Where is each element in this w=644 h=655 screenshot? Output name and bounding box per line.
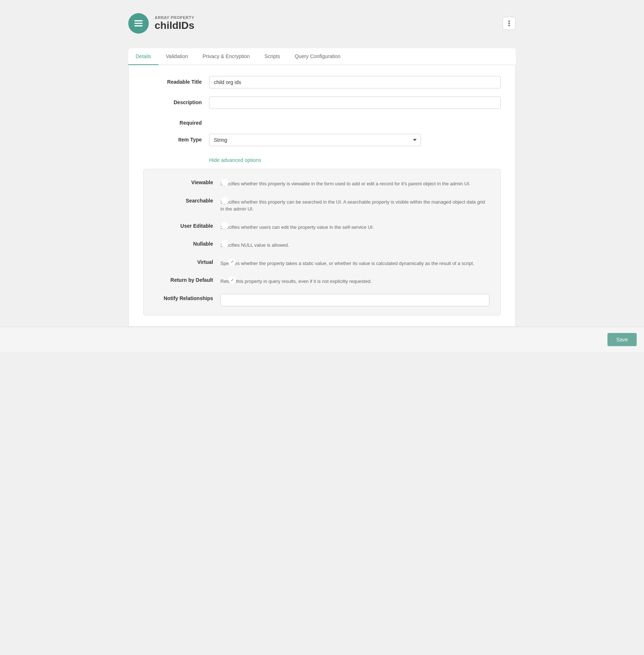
- page-header: ARRAY PROPERTY childIDs: [128, 7, 516, 39]
- searchable-description: Specifies whether this property can be s…: [220, 198, 489, 213]
- return-by-default-label: Return by Default: [155, 276, 220, 283]
- hide-advanced-link[interactable]: Hide advanced options: [209, 157, 261, 163]
- virtual-row: Virtual ✓ Specifies whether the property…: [155, 258, 489, 267]
- item-type-select-wrapper: String Integer Boolean Object: [209, 134, 421, 146]
- main-content: Readable Title Description Required: [128, 65, 516, 327]
- return-by-default-knob: ✓: [228, 276, 236, 284]
- item-type-label: Item Type: [143, 134, 209, 143]
- nullable-description: Specifies NULL value is allowed.: [220, 242, 489, 249]
- logo-icon: [128, 13, 149, 34]
- save-button[interactable]: Save: [607, 333, 637, 346]
- nullable-row: Nullable Specifies NULL value is allowed…: [155, 239, 489, 249]
- required-label: Required: [143, 117, 209, 126]
- footer: Save: [0, 327, 644, 352]
- searchable-knob: [221, 197, 228, 204]
- searchable-row: Searchable Specifies whether this proper…: [155, 196, 489, 213]
- advanced-options-box: Viewable Specifies whether this property…: [143, 169, 501, 315]
- nullable-label: Nullable: [155, 239, 220, 247]
- virtual-label: Virtual: [155, 258, 220, 265]
- header-title: childIDs: [155, 20, 194, 31]
- header-left: ARRAY PROPERTY childIDs: [128, 13, 194, 34]
- dot2: [508, 23, 510, 24]
- svg-rect-1: [135, 23, 143, 24]
- tab-bar: Details Validation Privacy & Encryption …: [128, 48, 516, 65]
- more-options-button[interactable]: [503, 17, 516, 30]
- virtual-description: Specifies whether the property takes a s…: [220, 260, 489, 267]
- item-type-select[interactable]: String Integer Boolean Object: [209, 134, 421, 146]
- readable-title-row: Readable Title: [143, 76, 501, 88]
- searchable-control: Specifies whether this property can be s…: [220, 196, 489, 213]
- tab-privacy-encryption[interactable]: Privacy & Encryption: [195, 48, 257, 65]
- user-editable-knob: [221, 222, 228, 230]
- return-by-default-control: ✓ Return this property in query results,…: [220, 276, 489, 285]
- user-editable-row: User Editable Specifies whether users ca…: [155, 222, 489, 231]
- notify-relationships-row: Notify Relationships: [155, 294, 489, 306]
- viewable-row: Viewable Specifies whether this property…: [155, 178, 489, 188]
- return-by-default-row: Return by Default ✓ Return this property…: [155, 276, 489, 285]
- list-icon: [133, 18, 144, 29]
- viewable-label: Viewable: [155, 178, 220, 185]
- user-editable-control: Specifies whether users can edit the pro…: [220, 222, 489, 231]
- readable-title-label: Readable Title: [143, 76, 209, 85]
- searchable-label: Searchable: [155, 196, 220, 204]
- item-type-control: String Integer Boolean Object: [209, 134, 501, 146]
- virtual-knob: ✓: [228, 258, 236, 266]
- required-row: Required: [143, 117, 501, 126]
- viewable-knob: [221, 179, 228, 186]
- tab-details[interactable]: Details: [128, 48, 159, 65]
- notify-relationships-label: Notify Relationships: [155, 294, 220, 301]
- description-row: Description: [143, 96, 501, 109]
- description-input[interactable]: [209, 96, 501, 109]
- dot1: [508, 20, 510, 22]
- readable-title-control: [209, 76, 501, 88]
- viewable-control: Specifies whether this property is viewa…: [220, 178, 489, 188]
- viewable-description: Specifies whether this property is viewa…: [220, 180, 489, 188]
- required-knob: [210, 118, 217, 125]
- virtual-checkmark: ✓: [231, 260, 234, 264]
- svg-rect-0: [135, 20, 143, 21]
- readable-title-input[interactable]: [209, 76, 501, 88]
- dot3: [508, 25, 510, 26]
- user-editable-description: Specifies whether users can edit the pro…: [220, 224, 489, 231]
- nullable-control: Specifies NULL value is allowed.: [220, 239, 489, 249]
- tab-validation[interactable]: Validation: [159, 48, 195, 65]
- virtual-control: ✓ Specifies whether the property takes a…: [220, 258, 489, 267]
- return-by-default-description: Return this property in query results, e…: [220, 278, 489, 285]
- svg-rect-2: [135, 25, 143, 26]
- header-title-group: ARRAY PROPERTY childIDs: [155, 15, 194, 31]
- tab-query-configuration[interactable]: Query Configuration: [287, 48, 348, 65]
- nullable-knob: [221, 240, 228, 247]
- user-editable-label: User Editable: [155, 222, 220, 229]
- hide-advanced-space: [143, 154, 209, 163]
- item-type-row: Item Type String Integer Boolean Object: [143, 134, 501, 146]
- hide-advanced-row: Hide advanced options: [143, 154, 501, 163]
- notify-relationships-control: [220, 294, 489, 306]
- header-subtitle: ARRAY PROPERTY: [155, 15, 194, 20]
- description-label: Description: [143, 96, 209, 105]
- return-by-default-checkmark: ✓: [231, 278, 234, 283]
- description-control: [209, 96, 501, 109]
- notify-relationships-input[interactable]: [220, 294, 489, 306]
- tab-scripts[interactable]: Scripts: [257, 48, 287, 65]
